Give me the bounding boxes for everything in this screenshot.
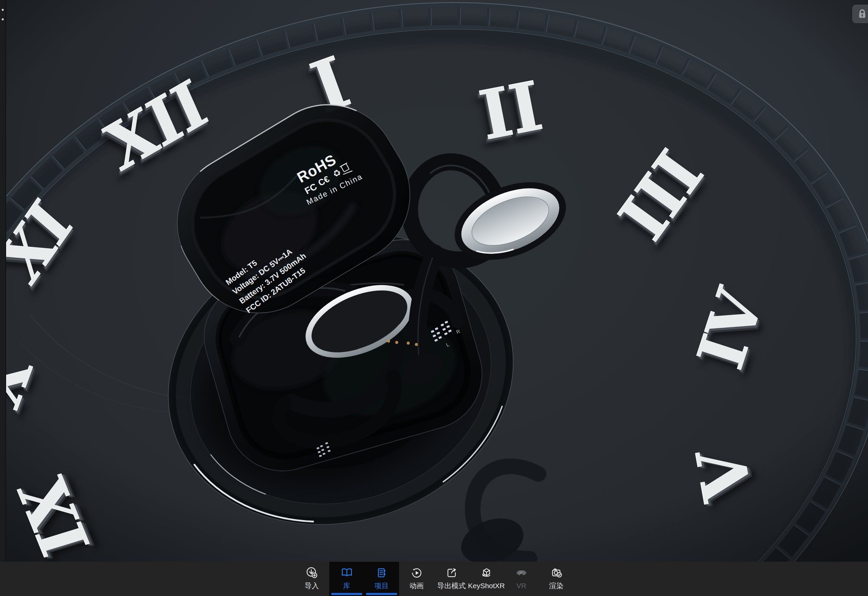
earbud-silhouette xyxy=(455,466,539,562)
library-icon xyxy=(340,566,354,580)
toolbar-item-import[interactable]: 导入 xyxy=(294,562,329,596)
lock-icon xyxy=(856,8,868,20)
toolbar-item-render[interactable]: 渲染 xyxy=(539,562,574,596)
bottom-toolbar: 导入 库 项目 xyxy=(0,562,868,596)
toolbar-label-import: 导入 xyxy=(305,581,319,590)
toolbar-label-library: 库 xyxy=(343,581,350,590)
toolbar-label-export-mode: 导出模式 xyxy=(437,581,466,590)
panel-handle-dot xyxy=(2,9,4,11)
left-panel-handle[interactable] xyxy=(0,0,6,562)
toolbar-item-vr: VR xyxy=(504,562,539,596)
keyshotxr-icon xyxy=(480,566,493,580)
toolbar-item-library[interactable]: 库 xyxy=(329,562,364,596)
toolbar-item-project[interactable]: 项目 xyxy=(364,562,399,596)
lock-button[interactable] xyxy=(852,5,868,23)
render-icon xyxy=(550,566,563,580)
toolbar-item-export-mode[interactable]: 导出模式 xyxy=(434,562,469,596)
toolbar-label-render: 渲染 xyxy=(549,581,564,590)
render-viewport[interactable]: XII I II III IV V XI X IX xyxy=(0,0,868,562)
toolbar-label-project: 项目 xyxy=(375,581,389,590)
animation-icon xyxy=(410,566,424,580)
toolbar-label-vr: VR xyxy=(517,581,526,590)
import-icon xyxy=(305,566,319,580)
project-icon xyxy=(375,566,388,580)
product-render: RoHS FC C€ ♻ Made in China Model: T5 Vol… xyxy=(0,0,868,562)
toolbar-label-keyshotxr: KeyShotXR xyxy=(468,581,505,590)
panel-handle-dot xyxy=(2,18,4,20)
vr-icon xyxy=(515,566,528,580)
export-mode-icon xyxy=(445,566,458,580)
toolbar-item-keyshotxr[interactable]: KeyShotXR xyxy=(469,562,504,596)
active-tab-underline xyxy=(366,593,397,595)
active-tab-underline xyxy=(331,593,362,595)
toolbar-label-animation: 动画 xyxy=(410,581,424,590)
toolbar-item-animation[interactable]: 动画 xyxy=(399,562,434,596)
toolbar-active-group: 库 项目 xyxy=(329,562,399,596)
